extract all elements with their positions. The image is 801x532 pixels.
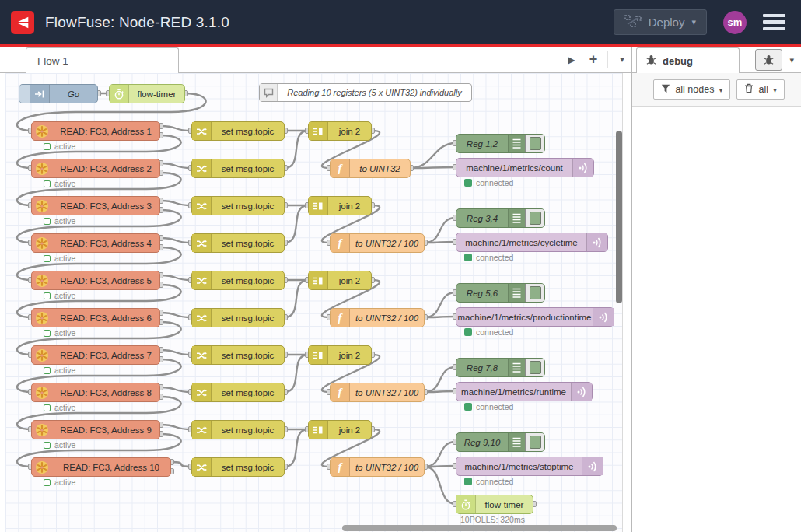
shuffle-arrows-icon xyxy=(192,271,212,289)
node-debug-reg4[interactable]: Reg 7,8 xyxy=(456,358,545,377)
node-modbus-read3[interactable]: READ: FC3, Address 3 xyxy=(31,196,160,215)
shuffle-arrows-icon xyxy=(192,122,212,140)
status-text: active xyxy=(54,291,75,300)
node-modbus-read10[interactable]: READ: FC3, Address 10 xyxy=(31,457,171,477)
node-function-fn1[interactable]: fto UINT32 xyxy=(330,159,411,178)
node-label: Reading 10 registers (5 x UINT32) indivi… xyxy=(278,84,471,101)
status-text: active xyxy=(54,216,75,226)
tab-flow-1[interactable]: Flow 1 xyxy=(26,47,179,73)
sidebar-header: debug ▾ xyxy=(632,47,801,73)
node-label: READ: FC3, Address 1 xyxy=(52,122,159,140)
open-debug-window-button[interactable] xyxy=(755,49,782,71)
node-status: connected xyxy=(464,402,513,411)
node-modbus-read1[interactable]: READ: FC3, Address 1 xyxy=(31,121,160,141)
wire[interactable] xyxy=(425,242,456,243)
debug-toggle-button[interactable] xyxy=(525,209,544,227)
menu-icon[interactable] xyxy=(763,14,785,31)
clear-messages-button[interactable]: all ▾ xyxy=(736,79,785,100)
node-join-join4[interactable]: join 2 xyxy=(308,345,372,365)
sidebar-options-dropdown[interactable]: ▾ xyxy=(789,55,794,65)
status-ring-icon xyxy=(44,367,51,374)
inject-button[interactable] xyxy=(19,85,30,103)
node-function-fn2[interactable]: fto UINT32 / 100 xyxy=(330,233,425,253)
debug-message-list[interactable] xyxy=(632,107,801,532)
node-status: connected xyxy=(464,477,513,486)
wire[interactable] xyxy=(425,317,456,317)
node-debug-reg1[interactable]: Reg 1,2 xyxy=(456,134,545,153)
add-flow-button[interactable]: + xyxy=(582,50,604,70)
trash-icon xyxy=(744,83,754,96)
mqtt-broadcast-icon xyxy=(582,457,603,475)
node-change-set2[interactable]: set msg.topic xyxy=(191,159,285,178)
node-mqtt-mqtt1[interactable]: machine/1/metrics/count xyxy=(456,158,594,177)
node-modbus-read2[interactable]: READ: FC3, Address 2 xyxy=(31,159,160,178)
filter-nodes-button[interactable]: all nodes ▾ xyxy=(653,79,730,100)
debug-toggle-button[interactable] xyxy=(525,359,544,376)
flow-list-dropdown[interactable]: ▾ xyxy=(611,50,633,70)
node-change-set7[interactable]: set msg.topic xyxy=(191,345,285,365)
node-mqtt-mqtt3[interactable]: machine/1/metrics/productiontime xyxy=(456,307,614,327)
node-join-join3[interactable]: join 2 xyxy=(308,271,372,290)
node-function-fn4[interactable]: fto UINT32 / 100 xyxy=(330,383,425,402)
node-modbus-read7[interactable]: READ: FC3, Address 7 xyxy=(31,345,160,365)
modbus-flower-icon xyxy=(32,383,52,401)
status-ring-icon xyxy=(44,255,51,262)
mqtt-broadcast-icon xyxy=(586,233,607,251)
node-modbus-read8[interactable]: READ: FC3, Address 8 xyxy=(31,383,160,402)
node-function-fn3[interactable]: fto UINT32 / 100 xyxy=(330,308,425,327)
mqtt-broadcast-icon xyxy=(571,383,592,401)
node-change-set8[interactable]: set msg.topic xyxy=(191,383,285,402)
node-debug-reg3[interactable]: Reg 5,6 xyxy=(456,283,545,303)
node-join-join5[interactable]: join 2 xyxy=(308,420,372,439)
shuffle-arrows-icon xyxy=(192,383,212,401)
node-modbus-read9[interactable]: READ: FC3, Address 9 xyxy=(31,420,160,439)
node-modbus-read5[interactable]: READ: FC3, Address 5 xyxy=(31,271,160,290)
run-flows-button[interactable]: ▶ xyxy=(561,50,582,70)
join-merge-icon xyxy=(309,197,328,215)
debug-toggle-button[interactable] xyxy=(525,135,544,152)
node-timer-ft_bot[interactable]: flow-timer xyxy=(456,495,533,514)
shuffle-arrows-icon xyxy=(192,309,212,327)
tab-debug[interactable]: debug xyxy=(636,47,740,73)
node-debug-reg5[interactable]: Reg 9,10 xyxy=(456,432,545,452)
wire[interactable] xyxy=(425,391,456,392)
debug-toggle-button[interactable] xyxy=(525,284,544,302)
node-mqtt-mqtt4[interactable]: machine/1/metrics/runtime xyxy=(456,382,593,401)
node-change-set9[interactable]: set msg.topic xyxy=(191,420,285,439)
node-label: machine/1/metrics/runtime xyxy=(456,383,571,401)
deploy-button[interactable]: Deploy ▾ xyxy=(614,9,707,35)
node-mqtt-mqtt5[interactable]: machine/1/metrics/stoptime xyxy=(456,457,603,476)
deploy-icon xyxy=(624,15,642,30)
function-f-icon: f xyxy=(331,159,350,177)
node-label: flow-timer xyxy=(476,495,533,513)
node-change-set5[interactable]: set msg.topic xyxy=(191,271,285,290)
modbus-flower-icon xyxy=(32,197,52,215)
node-change-set10[interactable]: set msg.topic xyxy=(191,457,285,477)
modbus-flower-icon xyxy=(32,271,52,289)
node-change-set6[interactable]: set msg.topic xyxy=(191,308,285,327)
node-mqtt-mqtt2[interactable]: machine/1/metrics/cycletime xyxy=(456,233,608,252)
function-f-icon: f xyxy=(331,458,350,476)
status-dot-icon xyxy=(464,478,472,485)
node-modbus-read4[interactable]: READ: FC3, Address 4 xyxy=(31,233,160,253)
node-timer-ft_top[interactable]: flow-timer xyxy=(109,84,185,103)
node-join-join2[interactable]: join 2 xyxy=(308,196,372,215)
node-comment-note1[interactable]: Reading 10 registers (5 x UINT32) indivi… xyxy=(259,83,472,102)
wire[interactable] xyxy=(411,167,456,168)
node-function-fn5[interactable]: fto UINT32 / 100 xyxy=(330,457,425,477)
vertical-scrollbar[interactable] xyxy=(616,131,622,303)
node-label: join 2 xyxy=(328,346,371,364)
horizontal-scrollbar[interactable] xyxy=(342,525,617,531)
node-modbus-read6[interactable]: READ: FC3, Address 6 xyxy=(31,308,160,327)
debug-toggle-button[interactable] xyxy=(525,433,544,451)
node-join-join1[interactable]: join 2 xyxy=(308,121,372,141)
deploy-caret-icon[interactable]: ▾ xyxy=(691,17,696,27)
user-avatar[interactable]: sm xyxy=(723,11,747,34)
modbus-flower-icon xyxy=(32,159,52,177)
node-inject-go[interactable]: Go xyxy=(19,84,98,103)
node-label: set msg.topic xyxy=(212,122,284,140)
node-change-set4[interactable]: set msg.topic xyxy=(191,233,285,253)
node-debug-reg2[interactable]: Reg 3,4 xyxy=(456,208,545,228)
node-change-set1[interactable]: set msg.topic xyxy=(191,121,285,141)
node-change-set3[interactable]: set msg.topic xyxy=(191,196,285,215)
